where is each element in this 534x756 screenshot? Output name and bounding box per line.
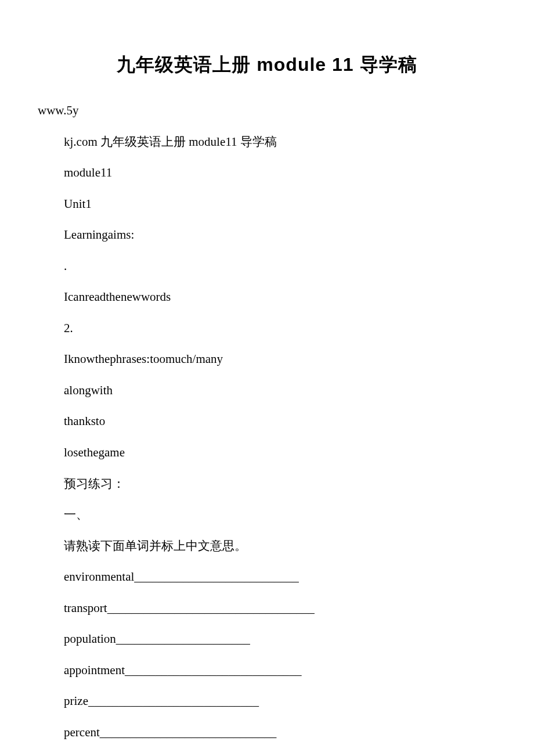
document-page: 九年级英语上册 module 11 导学稿 www.5y kj.com 九年级英… (0, 0, 534, 756)
text-line: 请熟读下面单词并标上中文意思。 (64, 531, 470, 562)
text-line: Learningaims: (64, 219, 470, 251)
text-line: www.5y (38, 95, 470, 127)
text-line: appointment_____________________________ (64, 655, 470, 686)
text-line: 预习练习： (64, 469, 470, 500)
text-line: thanksto (64, 406, 470, 437)
text-line: kj.com 九年级英语上册 module11 导学稿 (64, 127, 470, 158)
text-line: environmental___________________________ (64, 561, 470, 593)
text-line: alongwith (64, 375, 470, 406)
text-line: 2. (64, 313, 470, 344)
text-line: Iknowthephrases:toomuch/many (64, 344, 470, 375)
text-line: population______________________ (64, 624, 470, 655)
text-line: percent_____________________________ (64, 717, 470, 748)
text-line: losethegame (64, 437, 470, 469)
text-line: prize____________________________ (64, 686, 470, 717)
text-line: . (64, 251, 470, 282)
text-line: Icanreadthenewwords (64, 282, 470, 313)
text-line: 一、 (64, 499, 470, 531)
document-title: 九年级英语上册 module 11 导学稿 (64, 52, 470, 78)
text-line: transport_______________________________… (64, 593, 470, 624)
text-line: Unit1 (64, 189, 470, 220)
text-line: module11 (64, 157, 470, 189)
